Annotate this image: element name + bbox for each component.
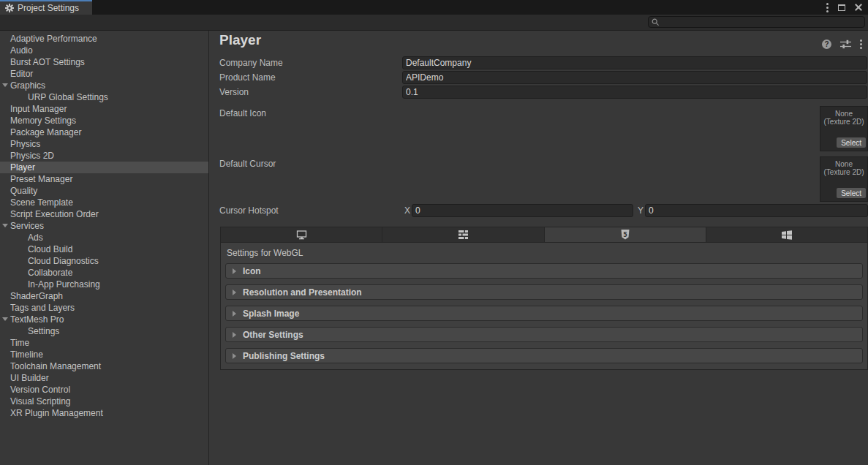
sidebar-item-label: Settings xyxy=(28,326,59,336)
hotspot-y-label: Y xyxy=(638,204,644,217)
sidebar-item-script-execution-order[interactable]: Script Execution Order xyxy=(0,208,208,220)
sidebar-item-version-control[interactable]: Version Control xyxy=(0,384,208,396)
default-icon-texture-picker[interactable]: None (Texture 2D) Select xyxy=(820,106,868,151)
sidebar-item-label: Cloud Build xyxy=(28,244,72,254)
page-title: Player xyxy=(219,32,261,48)
sidebar-item-timeline[interactable]: Timeline xyxy=(0,349,208,360)
sidebar-item-xr-plugin-management[interactable]: XR Plugin Management xyxy=(0,407,208,419)
help-icon[interactable]: ? xyxy=(822,39,831,49)
sidebar-item-collaborate[interactable]: Collaborate xyxy=(0,267,208,279)
settings-section-resolution-and-presentation[interactable]: Resolution and Presentation xyxy=(225,284,863,300)
sidebar-item-cloud-diagnostics[interactable]: Cloud Diagnostics xyxy=(0,255,208,267)
settings-section-icon[interactable]: Icon xyxy=(225,263,863,279)
tab-windows[interactable] xyxy=(706,227,867,242)
gear-icon xyxy=(5,4,14,12)
sidebar-item-ui-builder[interactable]: UI Builder xyxy=(0,372,208,384)
platform-tab-bar: 5 xyxy=(220,227,868,243)
sidebar-item-time[interactable]: Time xyxy=(0,337,208,349)
monitor-icon xyxy=(296,230,307,240)
sidebar-item-physics[interactable]: Physics xyxy=(0,138,208,150)
settings-sections: Icon Resolution and Presentation Splash … xyxy=(225,263,863,369)
sidebar-item-label: Timeline xyxy=(10,349,43,360)
toolbar xyxy=(0,15,868,31)
hotspot-y-input[interactable] xyxy=(645,204,868,217)
sidebar-item-input-manager[interactable]: Input Manager xyxy=(0,103,208,115)
sidebar-item-package-manager[interactable]: Package Manager xyxy=(0,126,208,138)
sidebar-item-shadergraph[interactable]: ShaderGraph xyxy=(0,290,208,302)
sidebar: Adaptive Performance Audio Burst AOT Set… xyxy=(0,31,209,465)
sidebar-item-physics-2d[interactable]: Physics 2D xyxy=(0,150,208,162)
sidebar-item-label: Script Execution Order xyxy=(10,209,99,219)
tab-webgl[interactable]: 5 xyxy=(545,227,706,242)
window-controls xyxy=(826,0,862,15)
chevron-down-icon[interactable] xyxy=(2,83,8,87)
company-name-label: Company Name xyxy=(219,56,283,69)
chevron-down-icon[interactable] xyxy=(2,224,8,227)
settings-section-other-settings[interactable]: Other Settings xyxy=(225,327,863,342)
sidebar-item-adaptive-performance[interactable]: Adaptive Performance xyxy=(0,33,208,45)
chevron-right-icon xyxy=(233,290,236,295)
player-settings-panel: Player ? Company Name Product Name Versi… xyxy=(209,31,868,465)
settings-section-splash-image[interactable]: Splash Image xyxy=(225,306,863,321)
version-input[interactable] xyxy=(402,86,867,99)
settings-section-publishing-settings[interactable]: Publishing Settings xyxy=(225,348,863,363)
close-icon[interactable] xyxy=(855,4,862,11)
sidebar-item-label: TextMesh Pro xyxy=(10,314,64,325)
server-icon xyxy=(458,230,468,239)
sidebar-item-label: XR Plugin Management xyxy=(10,408,103,418)
sidebar-item-quality[interactable]: Quality xyxy=(0,185,208,197)
sidebar-item-cloud-build[interactable]: Cloud Build xyxy=(0,243,208,255)
sidebar-item-urp-global-settings[interactable]: URP Global Settings xyxy=(0,91,208,103)
sidebar-item-audio[interactable]: Audio xyxy=(0,45,208,56)
sidebar-item-toolchain-management[interactable]: Toolchain Management xyxy=(0,360,208,372)
sidebar-item-settings[interactable]: Settings xyxy=(0,325,208,337)
sidebar-item-ads[interactable]: Ads xyxy=(0,232,208,243)
sidebar-item-burst-aot-settings[interactable]: Burst AOT Settings xyxy=(0,56,208,68)
default-cursor-texture-picker[interactable]: None (Texture 2D) Select xyxy=(820,156,868,202)
sidebar-item-label: Ads xyxy=(28,232,43,243)
settings-for-platform-label: Settings for WebGL xyxy=(227,248,303,258)
html5-icon: 5 xyxy=(621,230,630,240)
hotspot-x-input[interactable] xyxy=(412,204,633,217)
company-name-input[interactable] xyxy=(402,56,867,69)
panel-menu-icon[interactable] xyxy=(860,39,862,49)
sidebar-item-tags-and-layers[interactable]: Tags and Layers xyxy=(0,302,208,314)
tab-dedicated-server[interactable] xyxy=(382,227,544,242)
search-input[interactable] xyxy=(660,17,864,27)
presets-icon[interactable] xyxy=(840,39,851,49)
sidebar-items: Adaptive Performance Audio Burst AOT Set… xyxy=(0,33,208,419)
product-name-input[interactable] xyxy=(402,71,867,84)
sidebar-item-player[interactable]: Player xyxy=(0,162,208,173)
section-label: Icon xyxy=(243,266,261,276)
sidebar-item-visual-scripting[interactable]: Visual Scripting xyxy=(0,396,208,407)
sidebar-item-scene-template[interactable]: Scene Template xyxy=(0,197,208,208)
sidebar-item-label: Physics xyxy=(10,139,40,149)
search-box[interactable] xyxy=(648,16,865,28)
sidebar-item-textmesh-pro[interactable]: TextMesh Pro xyxy=(0,314,208,325)
sidebar-item-editor[interactable]: Editor xyxy=(0,68,208,80)
sidebar-item-label: Package Manager xyxy=(10,127,81,137)
sidebar-item-preset-manager[interactable]: Preset Manager xyxy=(0,173,208,185)
sidebar-item-label: Memory Settings xyxy=(10,116,76,126)
project-settings-tab[interactable]: Project Settings xyxy=(0,0,92,15)
sidebar-item-label: Cloud Diagnostics xyxy=(28,256,99,266)
window-menu-icon[interactable] xyxy=(826,3,829,12)
default-cursor-select-button[interactable]: Select xyxy=(837,188,866,198)
sidebar-item-services[interactable]: Services xyxy=(0,220,208,232)
tab-standalone[interactable] xyxy=(221,227,382,242)
sidebar-item-label: Preset Manager xyxy=(10,174,72,184)
sidebar-item-label: Audio xyxy=(10,45,33,56)
chevron-down-icon[interactable] xyxy=(2,317,8,321)
sidebar-item-label: Tags and Layers xyxy=(10,303,75,313)
default-icon-select-button[interactable]: Select xyxy=(837,137,866,148)
sidebar-item-memory-settings[interactable]: Memory Settings xyxy=(0,115,208,126)
windows-icon xyxy=(782,230,792,240)
product-name-label: Product Name xyxy=(219,71,276,84)
sidebar-item-in-app-purchasing[interactable]: In-App Purchasing xyxy=(0,279,208,290)
default-cursor-label: Default Cursor xyxy=(219,157,276,170)
version-label: Version xyxy=(219,86,249,99)
sidebar-item-label: Scene Template xyxy=(10,197,73,208)
cursor-hotspot-label: Cursor Hotspot xyxy=(219,204,279,217)
sidebar-item-graphics[interactable]: Graphics xyxy=(0,80,208,91)
maximize-icon[interactable] xyxy=(838,4,845,11)
